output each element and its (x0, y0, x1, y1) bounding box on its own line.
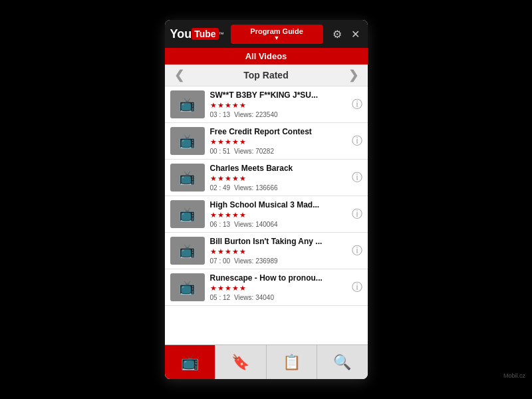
star-filled-icon: ★ (232, 247, 239, 256)
video-meta: 06 : 13 Views: 140064 (210, 221, 346, 228)
star-filled-icon: ★ (217, 284, 224, 293)
star-rating: ★★★★★ (210, 138, 346, 146)
star-filled-icon: ★ (217, 174, 224, 183)
list-item[interactable]: 📺 Bill Burton Isn't Taking Any ... ★★★★★… (165, 233, 368, 269)
info-button[interactable]: ⓘ (352, 244, 362, 258)
next-arrow[interactable]: ❯ (344, 68, 362, 82)
star-filled-icon: ★ (225, 138, 231, 146)
videos-tab-button-icon: 📺 (181, 354, 199, 371)
gear-icon[interactable]: ⚙ (330, 27, 344, 42)
star-half-icon: ★ (239, 174, 246, 183)
videos-tab-button[interactable]: 📺 (165, 345, 216, 379)
list-item[interactable]: 📺 Free Credit Report Contest ★★★★★ 00 : … (165, 123, 368, 160)
star-rating: ★★★★★ (210, 211, 346, 219)
app-header: YouTube™ Program Guide ▼ ⚙ ✕ (165, 20, 368, 48)
star-rating: ★★★★★ (210, 284, 346, 293)
list-item[interactable]: 📺 Charles Meets Barack ★★★★★ 02 : 49 Vie… (165, 160, 368, 196)
video-info: SW**T B3BY F**KING J*SU... ★★★★★ 03 : 13… (210, 90, 346, 118)
video-meta: 03 : 13 Views: 223540 (210, 111, 346, 118)
bookmarks-tab-button[interactable]: 🔖 (215, 345, 267, 379)
watermark: Mobil.cz (503, 372, 525, 379)
nav-row: ❮ Top Rated ❯ (165, 65, 368, 86)
info-button[interactable]: ⓘ (352, 134, 362, 148)
close-icon[interactable]: ✕ (348, 27, 362, 42)
star-filled-icon: ★ (232, 101, 239, 110)
video-title: Runescape - How to pronou... (210, 273, 346, 283)
search-tab-button[interactable]: 🔍 (317, 345, 368, 379)
video-meta: 02 : 49 Views: 136666 (210, 184, 346, 192)
star-filled-icon: ★ (225, 101, 231, 110)
program-guide-label: Program Guide (250, 27, 303, 35)
star-filled-icon: ★ (232, 174, 239, 183)
video-title: Bill Burton Isn't Taking Any ... (210, 237, 346, 246)
video-info: Bill Burton Isn't Taking Any ... ★★★★★ 0… (210, 237, 346, 265)
youtube-logo: YouTube™ (170, 27, 224, 41)
video-info: Charles Meets Barack ★★★★★ 02 : 49 Views… (210, 164, 346, 192)
video-duration: 02 : 49 (210, 184, 231, 192)
video-duration: 07 : 00 (210, 257, 231, 265)
all-videos-bar[interactable]: All Videos (165, 48, 368, 65)
star-filled-icon: ★ (217, 247, 224, 256)
video-info: Runescape - How to pronou... ★★★★★ 05 : … (210, 273, 346, 301)
tv-icon: 📺 (179, 170, 196, 186)
star-rating: ★★★★★ (210, 247, 346, 256)
video-views: Views: 223540 (234, 111, 277, 118)
bookmarks-tab-button-icon: 🔖 (231, 354, 249, 371)
star-filled-icon: ★ (210, 174, 217, 183)
video-title: High School Musical 3 Mad... (210, 200, 346, 209)
history-tab-button-icon: 📋 (283, 354, 301, 371)
program-guide-button[interactable]: Program Guide ▼ (231, 25, 323, 44)
video-views: Views: 140064 (234, 221, 277, 228)
info-button[interactable]: ⓘ (352, 281, 362, 295)
video-list: 📺 SW**T B3BY F**KING J*SU... ★★★★★ 03 : … (165, 86, 368, 344)
tv-icon: 📺 (179, 206, 196, 222)
star-filled-icon: ★ (210, 211, 217, 219)
video-title: Free Credit Report Contest (210, 127, 346, 136)
nav-title: Top Rated (188, 70, 344, 80)
prev-arrow[interactable]: ❮ (170, 68, 188, 82)
tv-icon: 📺 (179, 279, 196, 295)
star-filled-icon: ★ (225, 211, 231, 219)
star-rating: ★★★★★ (210, 174, 346, 183)
logo-tm: ™ (219, 31, 224, 37)
star-filled-icon: ★ (232, 138, 239, 146)
list-item[interactable]: 📺 High School Musical 3 Mad... ★★★★★ 06 … (165, 196, 368, 233)
chevron-down-icon: ▼ (235, 35, 319, 41)
list-item[interactable]: 📺 SW**T B3BY F**KING J*SU... ★★★★★ 03 : … (165, 86, 368, 123)
video-views: Views: 136666 (234, 184, 277, 192)
star-filled-icon: ★ (210, 247, 217, 256)
video-duration: 03 : 13 (210, 111, 231, 118)
video-meta: 07 : 00 Views: 236989 (210, 257, 346, 265)
star-filled-icon: ★ (217, 211, 224, 219)
star-rating: ★★★★★ (210, 101, 346, 110)
video-thumbnail: 📺 (170, 273, 205, 301)
info-button[interactable]: ⓘ (352, 171, 362, 185)
video-thumbnail: 📺 (170, 237, 205, 265)
star-filled-icon: ★ (232, 211, 239, 219)
info-button[interactable]: ⓘ (352, 98, 362, 112)
video-thumbnail: 📺 (170, 200, 205, 228)
history-tab-button[interactable]: 📋 (267, 345, 318, 379)
list-item[interactable]: 📺 Runescape - How to pronou... ★★★★★ 05 … (165, 269, 368, 306)
video-duration: 00 : 51 (210, 148, 231, 155)
tv-icon: 📺 (179, 133, 196, 149)
star-filled-icon: ★ (210, 284, 217, 293)
video-info: Free Credit Report Contest ★★★★★ 00 : 51… (210, 127, 346, 155)
video-thumbnail: 📺 (170, 164, 205, 192)
info-button[interactable]: ⓘ (352, 207, 362, 221)
tv-icon: 📺 (179, 243, 196, 259)
star-filled-icon: ★ (210, 101, 217, 110)
video-views: Views: 236989 (234, 257, 277, 265)
star-filled-icon: ★ (225, 284, 231, 293)
video-views: Views: 34040 (234, 294, 274, 301)
bottom-toolbar: 📺🔖📋🔍 (165, 344, 368, 379)
all-videos-label: All Videos (245, 51, 287, 61)
video-meta: 05 : 12 Views: 34040 (210, 294, 346, 301)
logo-you: You (170, 27, 192, 41)
star-filled-icon: ★ (225, 247, 231, 256)
video-views: Views: 70282 (234, 148, 274, 155)
video-meta: 00 : 51 Views: 70282 (210, 148, 346, 155)
phone-container: YouTube™ Program Guide ▼ ⚙ ✕ All Videos … (165, 20, 368, 379)
star-filled-icon: ★ (217, 101, 224, 110)
star-half-icon: ★ (239, 284, 246, 293)
